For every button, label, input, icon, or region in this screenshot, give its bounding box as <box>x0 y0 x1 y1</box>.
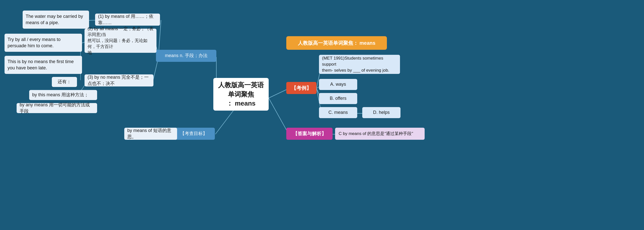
answer-text-node: C by means of 的意思是"通过某种手段" <box>335 128 425 140</box>
option-d-label: D. helps <box>373 109 390 116</box>
example-node-3: This is by no means the first time you h… <box>5 56 82 74</box>
any-means-label: by any means 用一切可能的方法或手段 <box>20 102 94 114</box>
question-node: (MET 1991)Students sometimes support the… <box>319 55 400 74</box>
any-means-node: by any means 用一切可能的方法或手段 <box>17 103 97 113</box>
center-label: 人教版高一英语单词聚焦 ： means <box>216 80 266 108</box>
option-c-label: C. means <box>328 109 348 116</box>
means-def-label: means n. 手段；办法 <box>165 53 207 59</box>
answer-tag-node: 【答案与解析】 <box>286 128 333 140</box>
exam-target-label: 【考查目标】 <box>180 130 207 137</box>
kaoli-label: 【考例】 <box>291 84 311 91</box>
option-b-label: B. offers <box>330 95 347 102</box>
example1-label: The water may be carried by means of a p… <box>26 13 86 26</box>
def3-label: (3) by no means 完全不是；一点也不；决不 <box>88 74 150 87</box>
right-title-node: 人教版高一英语单词聚焦： means <box>286 36 387 50</box>
by-means-target-label: by means of 短语的意思。 <box>127 127 174 140</box>
example2-label: Try by all / every means to persuade him… <box>8 36 79 49</box>
also-label: 还有： <box>58 79 71 85</box>
answer-tag-label: 【答案与解析】 <box>293 130 326 137</box>
def2-label: (2) by all means 一定；务必；（表示同意)当 然可以，没问题：务… <box>88 26 153 56</box>
answer-text-label: C by means of 的意思是"通过某种手段" <box>339 131 413 137</box>
this-means-node: by this means 用这种方法； <box>29 90 97 100</box>
example3-label: This is by no means the first time you h… <box>8 59 79 71</box>
def2-node: (2) by all means 一定；务必；（表示同意)当 然可以，没问题：务… <box>85 29 156 53</box>
def3-node: (3) by no means 完全不是；一点也不；决不 <box>85 74 153 86</box>
this-means-label: by this means 用这种方法； <box>32 92 89 98</box>
means-def-node: means n. 手段；办法 <box>156 50 216 62</box>
def1-label: (1) by means of 用……；依靠…… <box>98 13 157 26</box>
example-node-1: The water may be carried by means of a p… <box>23 11 89 29</box>
question-label: (MET 1991)Students sometimes support the… <box>322 55 397 73</box>
def1-node: (1) by means of 用……；依靠…… <box>95 14 160 26</box>
center-node: 人教版高一英语单词聚焦 ： means <box>213 78 269 111</box>
example-node-2: Try by all / every means to persuade him… <box>5 34 82 52</box>
option-a-label: A. ways <box>330 81 346 87</box>
option-c-node: C. means <box>319 107 357 118</box>
by-means-target-node: by means of 短语的意思。 <box>124 128 177 140</box>
svg-line-9 <box>269 98 289 134</box>
kaoli-tag: 【考例】 <box>286 82 316 94</box>
right-title-label: 人教版高一英语单词聚焦： means <box>298 39 376 47</box>
also-node: 还有： <box>52 77 77 87</box>
exam-target-node: 【考查目标】 <box>173 128 215 140</box>
svg-line-8 <box>269 88 289 98</box>
option-d-node: D. helps <box>362 107 400 118</box>
option-a-node: A. ways <box>319 79 357 90</box>
option-b-node: B. offers <box>319 93 357 104</box>
